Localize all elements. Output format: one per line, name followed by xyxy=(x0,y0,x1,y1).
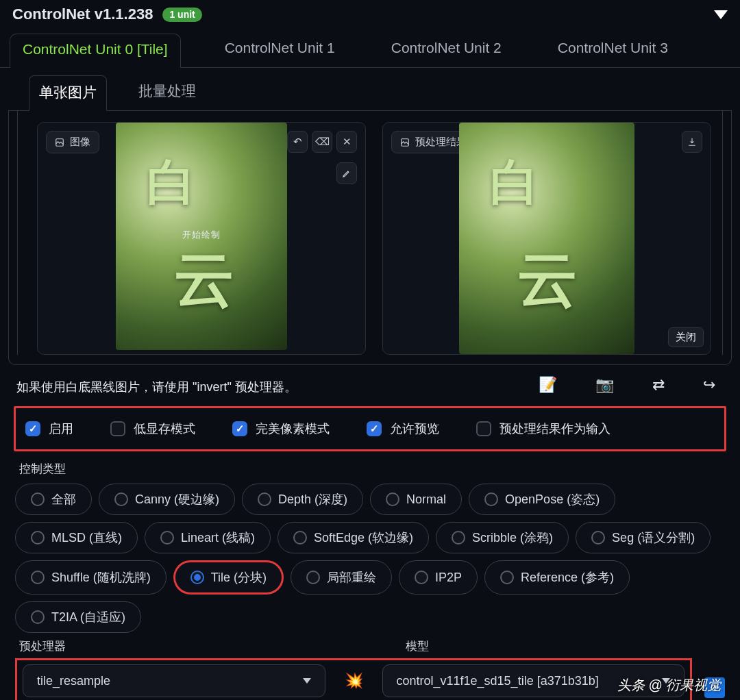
input-image-label: 图像 xyxy=(46,131,99,153)
download-button[interactable] xyxy=(682,131,702,153)
control-type-label: Depth (深度) xyxy=(278,491,347,508)
control-type-ip2p[interactable]: IP2P xyxy=(399,560,478,595)
doc-icon[interactable]: 📝 xyxy=(539,376,557,394)
unit-tab-bar: ControlNet Unit 0 [Tile] ControlNet Unit… xyxy=(0,33,740,68)
checkbox-box-icon xyxy=(476,421,491,436)
input-image: 白 云 开始绘制 xyxy=(116,123,287,350)
control-type-openpose[interactable]: OpenPose (姿态) xyxy=(469,484,615,515)
checkbox-box-icon xyxy=(110,421,125,436)
control-type-label: SoftEdge (软边缘) xyxy=(314,529,413,546)
control-type-mlsd[interactable]: MLSD (直线) xyxy=(15,522,138,553)
tab-single-image[interactable]: 单张图片 xyxy=(29,75,107,111)
tab-unit-3[interactable]: ControlNet Unit 3 xyxy=(545,33,680,67)
control-type-label: T2IA (自适应) xyxy=(51,609,125,625)
radio-icon xyxy=(293,531,307,545)
control-type-label: 控制类型 xyxy=(0,451,740,479)
tab-batch[interactable]: 批量处理 xyxy=(129,75,206,110)
radio-icon xyxy=(258,492,271,506)
checkbox-label: 低显存模式 xyxy=(134,421,195,437)
collapse-caret-icon[interactable] xyxy=(714,10,728,19)
checkbox-box-icon xyxy=(367,421,382,436)
download-icon xyxy=(687,137,697,147)
checkbox-label: 允许预览 xyxy=(390,421,439,437)
control-type-局部重绘[interactable]: 局部重绘 xyxy=(291,560,392,595)
input-image-overlay-text: 开始绘制 xyxy=(116,229,287,241)
send-icon[interactable]: ↪ xyxy=(703,376,715,394)
radio-icon xyxy=(114,492,128,506)
checkbox-2[interactable]: 完美像素模式 xyxy=(232,421,330,437)
control-type-label: Tile (分块) xyxy=(211,569,267,586)
control-type-label: MLSD (直线) xyxy=(51,529,122,546)
control-type-全部[interactable]: 全部 xyxy=(15,484,92,515)
control-type-t2ia[interactable]: T2IA (自适应) xyxy=(15,601,141,633)
tab-unit-0[interactable]: ControlNet Unit 0 [Tile] xyxy=(10,34,181,68)
checkbox-label: 启用 xyxy=(49,421,73,437)
checkbox-4[interactable]: 预处理结果作为输入 xyxy=(476,421,610,437)
preview-image: 白 云 xyxy=(459,123,634,354)
preview-image-panel[interactable]: 预处理结果预览 白 云 关闭 xyxy=(382,122,711,355)
radio-icon xyxy=(591,531,605,545)
camera-icon[interactable]: 📷 xyxy=(595,376,614,394)
explode-icon[interactable]: 💥 xyxy=(338,672,370,690)
control-type-label: Seg (语义分割) xyxy=(612,529,695,546)
checkbox-0[interactable]: 启用 xyxy=(25,421,73,437)
remove-button[interactable]: ✕ xyxy=(336,131,357,153)
image-icon xyxy=(400,138,410,147)
control-type-canny[interactable]: Canny (硬边缘) xyxy=(99,484,235,515)
sub-tab-bar: 单张图片 批量处理 xyxy=(8,68,732,111)
model-label: 模型 xyxy=(402,638,429,654)
tab-unit-1[interactable]: ControlNet Unit 1 xyxy=(212,33,347,67)
preprocessor-value: tile_resample xyxy=(37,674,110,688)
control-type-label: Normal xyxy=(406,492,446,507)
input-image-label-text: 图像 xyxy=(70,136,90,149)
control-type-seg[interactable]: Seg (语义分割) xyxy=(576,522,711,553)
checkbox-label: 完美像素模式 xyxy=(256,421,330,437)
control-type-reference[interactable]: Reference (参考) xyxy=(484,560,630,595)
control-type-label: Shuffle (随机洗牌) xyxy=(51,569,151,586)
input-image-panel[interactable]: 图像 ↶ ⌫ ✕ 白 云 开始绘制 xyxy=(37,122,366,355)
unit-badge: 1 unit xyxy=(162,8,201,22)
control-type-label: 局部重绘 xyxy=(327,569,376,586)
control-type-softedge[interactable]: SoftEdge (软边缘) xyxy=(278,522,429,553)
control-type-label: Reference (参考) xyxy=(521,569,614,586)
control-type-depth[interactable]: Depth (深度) xyxy=(242,484,363,515)
radio-icon xyxy=(452,531,465,545)
pencil-icon xyxy=(342,168,352,178)
radio-icon xyxy=(31,492,45,506)
controlnet-title: ControlNet v1.1.238 xyxy=(12,5,153,23)
close-preview-button[interactable]: 关闭 xyxy=(668,327,704,347)
chevron-down-icon xyxy=(303,678,311,684)
checkbox-3[interactable]: 允许预览 xyxy=(367,421,439,437)
preprocessor-dropdown[interactable]: tile_resample xyxy=(23,664,325,697)
radio-icon xyxy=(306,571,320,584)
preprocessor-label: 预处理器 xyxy=(15,638,66,654)
control-type-shuffle[interactable]: Shuffle (随机洗牌) xyxy=(15,560,166,595)
radio-icon xyxy=(31,531,45,545)
checkbox-1[interactable]: 低显存模式 xyxy=(110,421,195,437)
control-type-label: 全部 xyxy=(51,491,76,508)
swap-icon[interactable]: ⇄ xyxy=(652,376,665,394)
watermark-text: 头条 @ 衍果视觉 xyxy=(617,676,721,695)
sketch-button[interactable] xyxy=(336,162,357,184)
checkbox-box-icon xyxy=(25,421,40,436)
control-type-normal[interactable]: Normal xyxy=(370,484,462,515)
radio-icon xyxy=(386,492,399,506)
radio-icon xyxy=(500,571,514,584)
control-type-scribble[interactable]: Scribble (涂鸦) xyxy=(436,522,569,553)
radio-icon xyxy=(415,571,428,584)
options-checkbox-row: 启用低显存模式完美像素模式允许预览预处理结果作为输入 xyxy=(14,406,726,451)
control-type-group: 全部Canny (硬边缘)Depth (深度)NormalOpenPose (姿… xyxy=(0,479,740,633)
control-type-tile[interactable]: Tile (分块) xyxy=(173,560,284,595)
model-value: control_v11f1e_sd15_tile [a371b31b] xyxy=(397,674,599,688)
image-icon xyxy=(55,138,64,147)
radio-icon xyxy=(484,492,498,506)
erase-button[interactable]: ⌫ xyxy=(312,131,332,153)
tab-unit-2[interactable]: ControlNet Unit 2 xyxy=(379,33,514,67)
radio-icon xyxy=(190,571,204,584)
control-type-label: IP2P xyxy=(435,571,462,585)
control-type-label: Scribble (涂鸦) xyxy=(472,529,553,546)
control-type-label: OpenPose (姿态) xyxy=(505,491,600,508)
control-type-label: Lineart (线稿) xyxy=(181,529,255,546)
undo-button[interactable]: ↶ xyxy=(287,131,308,153)
control-type-lineart[interactable]: Lineart (线稿) xyxy=(145,522,271,553)
